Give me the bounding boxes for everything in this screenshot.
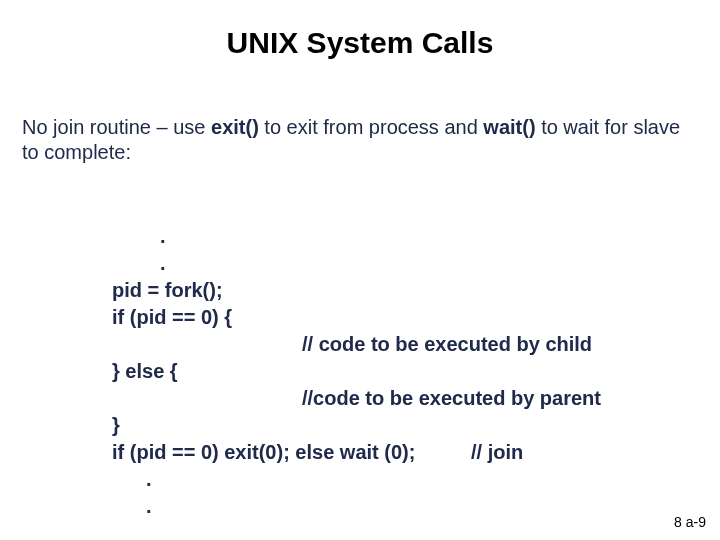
code-line-closebrace: } xyxy=(112,414,120,436)
slide-title: UNIX System Calls xyxy=(0,26,720,60)
code-comment-child: // code to be executed by child xyxy=(112,333,592,355)
intro-bold-exit: exit() xyxy=(211,116,259,138)
code-dot-3: . xyxy=(112,468,152,490)
slide-number: 8 a-9 xyxy=(674,514,706,530)
code-line-if: if (pid == 0) { xyxy=(112,306,232,328)
intro-text-2: to exit from process and xyxy=(259,116,484,138)
code-dot-4: . xyxy=(112,495,152,517)
code-dot-1: . xyxy=(112,225,166,247)
slide: UNIX System Calls No join routine – use … xyxy=(0,0,720,540)
code-block: . . pid = fork(); if (pid == 0) { // cod… xyxy=(112,196,688,520)
code-line-else: } else { xyxy=(112,360,178,382)
code-comment-parent: //code to be executed by parent xyxy=(112,387,601,409)
code-line-fork: pid = fork(); xyxy=(112,279,223,301)
intro-bold-wait: wait() xyxy=(483,116,535,138)
code-line-join: if (pid == 0) exit(0); else wait (0); //… xyxy=(112,441,523,463)
code-dot-2: . xyxy=(112,252,166,274)
intro-paragraph: No join routine – use exit() to exit fro… xyxy=(22,115,692,165)
intro-text-1: No join routine – use xyxy=(22,116,211,138)
